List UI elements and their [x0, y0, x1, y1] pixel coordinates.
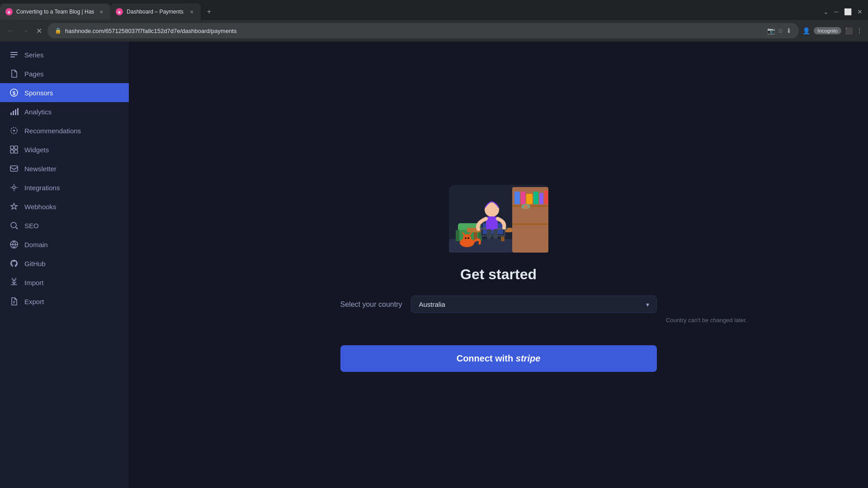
svg-rect-54: [493, 229, 498, 239]
integrations-icon: [9, 183, 19, 192]
sidebar-item-import[interactable]: Import: [0, 273, 129, 292]
svg-rect-31: [514, 192, 520, 204]
svg-point-60: [467, 237, 469, 239]
tab-1-favicon: ◈: [5, 8, 13, 15]
browser-controls: 👤 Incognito ⬛ ⋮: [802, 27, 863, 34]
sidebar-label-import: Import: [24, 279, 44, 286]
sidebar-item-webhooks[interactable]: Webhooks: [0, 197, 129, 216]
main-content: Get started Select your country Australi…: [129, 42, 868, 488]
sidebar-label-analytics: Analytics: [24, 108, 52, 116]
sidebar-item-github[interactable]: GitHub: [0, 254, 129, 273]
minimize-icon[interactable]: ─: [832, 6, 840, 17]
svg-rect-5: [10, 113, 12, 115]
sidebar-label-domain: Domain: [24, 241, 48, 249]
reload-button[interactable]: ✕: [34, 25, 44, 37]
tab-2[interactable]: ◈ Dashboard – Payments ✕: [110, 4, 201, 20]
get-started-title: Get started: [460, 266, 537, 283]
svg-line-22: [16, 227, 18, 229]
star-icon[interactable]: ☆: [778, 27, 783, 34]
webhooks-icon: [9, 202, 19, 211]
widgets-icon: [9, 145, 19, 155]
address-bar[interactable]: 🔒 hashnode.com/6571258037f7fa8c152d7d7e/…: [47, 23, 799, 38]
country-section: Select your country Australia ▾ Country …: [340, 296, 657, 334]
menu-icon[interactable]: ⋮: [856, 27, 863, 34]
extensions-icon[interactable]: ⬛: [845, 27, 853, 34]
export-icon: [9, 296, 19, 306]
seo-icon: [9, 221, 19, 230]
svg-point-16: [13, 186, 15, 189]
import-icon: [9, 277, 19, 287]
sidebar-item-domain[interactable]: Domain: [0, 235, 129, 254]
newsletter-icon: [9, 164, 19, 174]
connect-stripe-button[interactable]: Connect with stripe: [340, 345, 657, 372]
sidebar-label-export: Export: [24, 298, 44, 305]
sidebar-item-newsletter[interactable]: Newsletter: [0, 159, 129, 178]
svg-rect-38: [524, 205, 528, 209]
sidebar-item-sponsors[interactable]: $ Sponsors: [0, 83, 129, 102]
svg-point-10: [13, 130, 15, 131]
sidebar-label-newsletter: Newsletter: [24, 165, 57, 173]
camera-icon[interactable]: 📷: [767, 27, 775, 34]
sidebar-label-widgets: Widgets: [24, 146, 49, 154]
svg-rect-0: [10, 52, 18, 53]
svg-point-59: [465, 237, 467, 239]
sponsors-icon: $: [9, 88, 19, 98]
sidebar-label-integrations: Integrations: [24, 184, 60, 192]
svg-rect-32: [521, 192, 525, 204]
svg-rect-13: [10, 150, 14, 153]
tab-1-close[interactable]: ✕: [98, 8, 105, 15]
tab-2-favicon: ◈: [116, 8, 123, 15]
sidebar-item-export[interactable]: Export: [0, 292, 129, 311]
restore-icon[interactable]: ⬜: [842, 6, 854, 17]
browser-chrome: ◈ Converting to a Team Blog | Has ✕ ◈ Da…: [0, 0, 868, 42]
download-icon[interactable]: ⬇: [786, 27, 792, 34]
new-tab-button[interactable]: +: [203, 5, 215, 18]
svg-rect-36: [544, 190, 548, 204]
svg-rect-7: [15, 109, 16, 115]
sidebar-label-series: Series: [24, 51, 44, 59]
recommendations-icon: [9, 126, 19, 136]
sidebar-item-widgets[interactable]: Widgets: [0, 140, 129, 159]
svg-rect-53: [487, 229, 491, 239]
sidebar-item-analytics[interactable]: Analytics: [0, 102, 129, 121]
svg-rect-12: [14, 146, 18, 149]
forward-button[interactable]: →: [20, 25, 31, 37]
close-window-icon[interactable]: ✕: [855, 6, 864, 17]
country-select-value: Australia: [419, 300, 445, 308]
address-bar-row: ← → ✕ 🔒 hashnode.com/6571258037f7fa8c152…: [0, 20, 868, 42]
payment-illustration: [422, 158, 576, 257]
svg-rect-14: [14, 150, 18, 153]
address-text: hashnode.com/6571258037f7fa8c152d7d7e/da…: [65, 28, 764, 34]
address-bar-icons: 📷 ☆ ⬇: [767, 27, 792, 34]
tab-2-close[interactable]: ✕: [188, 8, 195, 15]
sidebar-label-recommendations: Recommendations: [24, 127, 81, 135]
sidebar-label-github: GitHub: [24, 260, 46, 267]
svg-point-21: [11, 222, 16, 228]
sidebar-item-pages[interactable]: Pages: [0, 64, 129, 83]
tab-1[interactable]: ◈ Converting to a Team Blog | Has ✕: [0, 4, 110, 20]
svg-rect-2: [10, 56, 15, 57]
sidebar: Series Pages $ Sponsors: [0, 42, 129, 488]
svg-rect-35: [539, 193, 543, 204]
sidebar-item-seo[interactable]: SEO: [0, 216, 129, 235]
sidebar-label-webhooks: Webhooks: [24, 203, 57, 211]
github-icon: [9, 258, 19, 268]
tab-dropdown-icon[interactable]: ⌄: [821, 6, 830, 17]
stripe-text: stripe: [516, 353, 540, 363]
profile-icon[interactable]: 👤: [802, 27, 810, 34]
svg-point-56: [463, 234, 471, 242]
svg-rect-41: [456, 230, 459, 241]
sidebar-item-recommendations[interactable]: Recommendations: [0, 121, 129, 140]
tab-1-title: Converting to a Team Blog | Has: [16, 9, 94, 15]
chevron-down-icon: ▾: [646, 301, 649, 308]
country-select[interactable]: Australia ▾: [411, 296, 656, 313]
incognito-badge: Incognito: [814, 27, 841, 34]
back-button[interactable]: ←: [5, 25, 16, 37]
svg-rect-34: [533, 192, 538, 204]
country-label: Select your country: [340, 300, 402, 309]
svg-rect-1: [10, 54, 18, 55]
sidebar-item-series[interactable]: Series: [0, 45, 129, 64]
analytics-icon: [9, 107, 19, 117]
sidebar-item-integrations[interactable]: Integrations: [0, 178, 129, 197]
sidebar-label-seo: SEO: [24, 222, 39, 230]
